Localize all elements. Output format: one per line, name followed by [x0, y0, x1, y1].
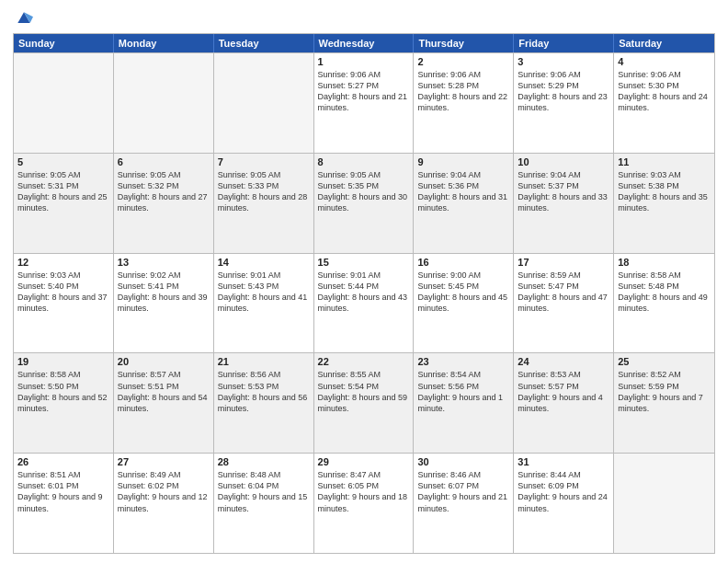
cal-cell-5-3: 28Sunrise: 8:48 AM Sunset: 6:04 PM Dayli…: [214, 454, 314, 553]
cell-info: Sunrise: 9:03 AM Sunset: 5:38 PM Dayligh…: [618, 169, 711, 214]
cal-cell-1-1: [14, 53, 114, 153]
day-number: 3: [518, 56, 609, 67]
day-number: 15: [318, 257, 410, 268]
header-cell-sunday: Sunday: [14, 34, 114, 52]
day-number: 5: [17, 156, 109, 167]
day-number: 20: [118, 356, 210, 367]
cell-info: Sunrise: 9:03 AM Sunset: 5:40 PM Dayligh…: [17, 270, 109, 315]
cell-info: Sunrise: 9:06 AM Sunset: 5:30 PM Dayligh…: [618, 69, 711, 114]
cell-info: Sunrise: 9:06 AM Sunset: 5:29 PM Dayligh…: [518, 69, 609, 114]
cal-cell-5-4: 29Sunrise: 8:47 AM Sunset: 6:05 PM Dayli…: [314, 454, 415, 553]
day-number: 31: [518, 456, 609, 467]
cell-info: Sunrise: 9:01 AM Sunset: 5:44 PM Dayligh…: [318, 270, 410, 315]
header-cell-wednesday: Wednesday: [314, 34, 415, 52]
day-number: 13: [118, 257, 210, 268]
header: [13, 9, 715, 28]
cell-info: Sunrise: 9:04 AM Sunset: 5:36 PM Dayligh…: [417, 169, 509, 214]
calendar-week-2: 5Sunrise: 9:05 AM Sunset: 5:31 PM Daylig…: [14, 153, 714, 253]
cell-info: Sunrise: 8:53 AM Sunset: 5:57 PM Dayligh…: [518, 369, 609, 414]
cal-cell-3-1: 12Sunrise: 9:03 AM Sunset: 5:40 PM Dayli…: [14, 254, 114, 353]
day-number: 26: [17, 456, 109, 467]
cell-info: Sunrise: 8:52 AM Sunset: 5:59 PM Dayligh…: [618, 369, 711, 414]
day-number: 28: [218, 456, 310, 467]
cell-info: Sunrise: 8:49 AM Sunset: 6:02 PM Dayligh…: [118, 469, 210, 514]
cell-info: Sunrise: 9:05 AM Sunset: 5:32 PM Dayligh…: [118, 169, 210, 214]
header-cell-saturday: Saturday: [614, 34, 714, 52]
cal-cell-3-7: 18Sunrise: 8:58 AM Sunset: 5:48 PM Dayli…: [614, 254, 714, 353]
cal-cell-2-4: 8Sunrise: 9:05 AM Sunset: 5:35 PM Daylig…: [314, 154, 415, 253]
cal-cell-4-1: 19Sunrise: 8:58 AM Sunset: 5:50 PM Dayli…: [14, 353, 114, 453]
cell-info: Sunrise: 8:47 AM Sunset: 6:05 PM Dayligh…: [318, 469, 410, 514]
cell-info: Sunrise: 8:55 AM Sunset: 5:54 PM Dayligh…: [318, 369, 410, 414]
cal-cell-5-1: 26Sunrise: 8:51 AM Sunset: 6:01 PM Dayli…: [14, 454, 114, 553]
logo-icon: [15, 9, 33, 28]
calendar-week-1: 1Sunrise: 9:06 AM Sunset: 5:27 PM Daylig…: [14, 52, 714, 153]
day-number: 14: [218, 257, 310, 268]
logo: [13, 9, 33, 28]
cal-cell-1-5: 2Sunrise: 9:06 AM Sunset: 5:28 PM Daylig…: [414, 53, 514, 153]
day-number: 16: [417, 257, 509, 268]
cell-info: Sunrise: 9:04 AM Sunset: 5:37 PM Dayligh…: [518, 169, 609, 214]
cell-info: Sunrise: 9:01 AM Sunset: 5:43 PM Dayligh…: [218, 270, 310, 315]
day-number: 22: [318, 356, 410, 367]
cal-cell-5-2: 27Sunrise: 8:49 AM Sunset: 6:02 PM Dayli…: [114, 454, 214, 553]
calendar-body: 1Sunrise: 9:06 AM Sunset: 5:27 PM Daylig…: [14, 52, 714, 553]
day-number: 17: [518, 257, 609, 268]
cell-info: Sunrise: 8:54 AM Sunset: 5:56 PM Dayligh…: [417, 369, 509, 414]
cell-info: Sunrise: 8:58 AM Sunset: 5:48 PM Dayligh…: [618, 270, 711, 315]
day-number: 11: [618, 156, 711, 167]
cell-info: Sunrise: 9:06 AM Sunset: 5:27 PM Dayligh…: [318, 69, 410, 114]
cal-cell-1-7: 4Sunrise: 9:06 AM Sunset: 5:30 PM Daylig…: [614, 53, 714, 153]
cell-info: Sunrise: 8:56 AM Sunset: 5:53 PM Dayligh…: [218, 369, 310, 414]
cell-info: Sunrise: 9:06 AM Sunset: 5:28 PM Dayligh…: [417, 69, 509, 114]
page: SundayMondayTuesdayWednesdayThursdayFrid…: [0, 0, 728, 563]
day-number: 8: [318, 156, 410, 167]
cal-cell-1-2: [114, 53, 214, 153]
cal-cell-2-5: 9Sunrise: 9:04 AM Sunset: 5:36 PM Daylig…: [414, 154, 514, 253]
cal-cell-4-3: 21Sunrise: 8:56 AM Sunset: 5:53 PM Dayli…: [214, 353, 314, 453]
cell-info: Sunrise: 9:00 AM Sunset: 5:45 PM Dayligh…: [417, 270, 509, 315]
cal-cell-5-5: 30Sunrise: 8:46 AM Sunset: 6:07 PM Dayli…: [414, 454, 514, 553]
day-number: 9: [417, 156, 509, 167]
cal-cell-4-2: 20Sunrise: 8:57 AM Sunset: 5:51 PM Dayli…: [114, 353, 214, 453]
day-number: 25: [618, 356, 711, 367]
day-number: 23: [417, 356, 509, 367]
cal-cell-3-3: 14Sunrise: 9:01 AM Sunset: 5:43 PM Dayli…: [214, 254, 314, 353]
calendar-week-3: 12Sunrise: 9:03 AM Sunset: 5:40 PM Dayli…: [14, 253, 714, 353]
cell-info: Sunrise: 8:58 AM Sunset: 5:50 PM Dayligh…: [17, 369, 109, 414]
cal-cell-1-3: [214, 53, 314, 153]
cell-info: Sunrise: 9:05 AM Sunset: 5:33 PM Dayligh…: [218, 169, 310, 214]
day-number: 19: [17, 356, 109, 367]
cal-cell-1-6: 3Sunrise: 9:06 AM Sunset: 5:29 PM Daylig…: [514, 53, 614, 153]
day-number: 4: [618, 56, 711, 67]
cell-info: Sunrise: 9:05 AM Sunset: 5:35 PM Dayligh…: [318, 169, 410, 214]
cal-cell-2-1: 5Sunrise: 9:05 AM Sunset: 5:31 PM Daylig…: [14, 154, 114, 253]
day-number: 1: [318, 56, 410, 67]
day-number: 18: [618, 257, 711, 268]
day-number: 6: [118, 156, 210, 167]
day-number: 7: [218, 156, 310, 167]
cal-cell-2-7: 11Sunrise: 9:03 AM Sunset: 5:38 PM Dayli…: [614, 154, 714, 253]
day-number: 30: [417, 456, 509, 467]
header-cell-thursday: Thursday: [414, 34, 514, 52]
day-number: 29: [318, 456, 410, 467]
cal-cell-3-6: 17Sunrise: 8:59 AM Sunset: 5:47 PM Dayli…: [514, 254, 614, 353]
cal-cell-4-4: 22Sunrise: 8:55 AM Sunset: 5:54 PM Dayli…: [314, 353, 415, 453]
cal-cell-4-5: 23Sunrise: 8:54 AM Sunset: 5:56 PM Dayli…: [414, 353, 514, 453]
calendar-week-4: 19Sunrise: 8:58 AM Sunset: 5:50 PM Dayli…: [14, 352, 714, 453]
cal-cell-1-4: 1Sunrise: 9:06 AM Sunset: 5:27 PM Daylig…: [314, 53, 415, 153]
cell-info: Sunrise: 9:02 AM Sunset: 5:41 PM Dayligh…: [118, 270, 210, 315]
header-cell-monday: Monday: [114, 34, 214, 52]
cell-info: Sunrise: 8:59 AM Sunset: 5:47 PM Dayligh…: [518, 270, 609, 315]
header-cell-tuesday: Tuesday: [214, 34, 314, 52]
cell-info: Sunrise: 8:57 AM Sunset: 5:51 PM Dayligh…: [118, 369, 210, 414]
cell-info: Sunrise: 8:46 AM Sunset: 6:07 PM Dayligh…: [417, 469, 509, 514]
day-number: 21: [218, 356, 310, 367]
cal-cell-5-6: 31Sunrise: 8:44 AM Sunset: 6:09 PM Dayli…: [514, 454, 614, 553]
cal-cell-4-6: 24Sunrise: 8:53 AM Sunset: 5:57 PM Dayli…: [514, 353, 614, 453]
cal-cell-2-3: 7Sunrise: 9:05 AM Sunset: 5:33 PM Daylig…: [214, 154, 314, 253]
cal-cell-3-4: 15Sunrise: 9:01 AM Sunset: 5:44 PM Dayli…: [314, 254, 415, 353]
header-cell-friday: Friday: [514, 34, 614, 52]
cell-info: Sunrise: 8:51 AM Sunset: 6:01 PM Dayligh…: [17, 469, 109, 514]
calendar-week-5: 26Sunrise: 8:51 AM Sunset: 6:01 PM Dayli…: [14, 453, 714, 553]
